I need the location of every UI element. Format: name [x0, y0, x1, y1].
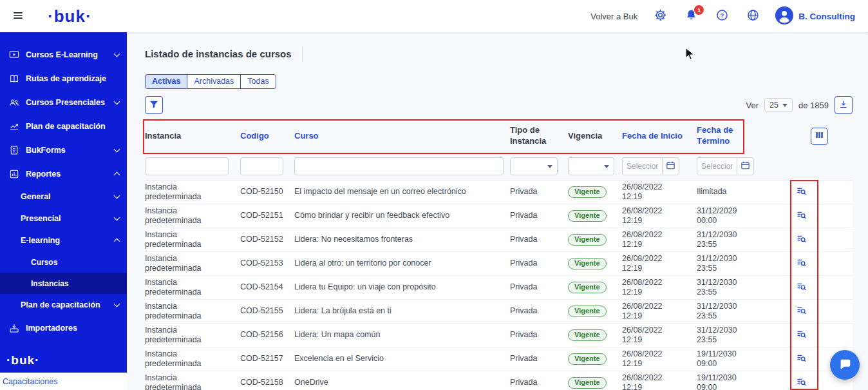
view-instance-details-button[interactable]	[793, 255, 809, 272]
cell-instancia: Instancia predeterminada	[145, 254, 240, 274]
cell-vigencia: Vigente	[568, 234, 622, 246]
forms-icon	[9, 144, 20, 155]
fecha-inicio-calendar-button[interactable]	[662, 157, 679, 175]
table-filter-row	[145, 153, 853, 180]
filter-vigencia-select[interactable]	[568, 157, 614, 175]
filter-curso-input[interactable]	[294, 157, 504, 175]
total-count-label: de 1859	[798, 101, 829, 110]
table-row[interactable]: Instancia predeterminada COD-52152 Lider…	[145, 228, 853, 252]
view-instance-details-button[interactable]	[793, 303, 809, 320]
cell-fecha-inicio: 26/08/2022 12:19	[622, 206, 697, 226]
cell-curso: Lidera tu Equipo: un viaje con propósito	[294, 282, 510, 292]
cell-fecha-inicio: 26/08/2022 12:19	[622, 182, 697, 202]
title-divider	[302, 46, 303, 62]
tab-activas[interactable]: Activas	[145, 74, 187, 89]
table-row[interactable]: Instancia predeterminada COD-52150 El im…	[145, 180, 853, 204]
table-row[interactable]: Instancia predeterminada COD-52153 Lider…	[145, 252, 853, 276]
sidebar-item-presencial[interactable]: Presencial	[0, 208, 127, 229]
tab-todas[interactable]: Todas	[240, 74, 276, 89]
cell-curso: Lidera: Un mapa común	[294, 330, 510, 340]
cell-vigencia: Vigente	[568, 377, 622, 389]
cell-instancia: Instancia predeterminada	[145, 206, 240, 226]
cell-fecha-termino: 31/12/2030 23:55	[697, 278, 756, 298]
download-button[interactable]	[835, 96, 853, 114]
cell-tipo-instancia: Privada	[510, 354, 568, 364]
sidebar-item-general[interactable]: General	[0, 186, 127, 208]
chevron-up-icon	[114, 239, 120, 245]
view-instance-details-button[interactable]	[793, 231, 809, 248]
sidebar-item-rutas-de-aprendizaje[interactable]: Rutas de aprendizaje	[0, 66, 127, 90]
sidebar-item-plan-de-capacitacion[interactable]: Plan de capacitación	[0, 114, 127, 138]
view-instance-details-button[interactable]	[793, 351, 809, 367]
cell-fecha-inicio: 26/08/2022 12:19	[622, 278, 697, 298]
table-row[interactable]: Instancia predeterminada COD-52156 Lider…	[145, 324, 853, 347]
vigente-badge: Vigente	[568, 258, 607, 269]
page-size-value: 25	[769, 101, 778, 110]
cell-vigencia: Vigente	[568, 282, 622, 293]
cell-curso: Lidera: La brújula está en ti	[294, 306, 510, 316]
cell-curso: Lidera: No necesitamos fronteras	[294, 235, 510, 244]
user-menu-button[interactable]: B. Consulting	[775, 6, 855, 26]
view-instance-details-button[interactable]	[793, 184, 809, 200]
hamburger-menu-button[interactable]	[5, 5, 31, 28]
cell-fecha-inicio: 26/08/2022 12:19	[622, 302, 697, 322]
view-instance-details-button[interactable]	[793, 279, 809, 296]
list-search-icon	[796, 257, 807, 270]
language-button[interactable]	[744, 8, 761, 24]
settings-button[interactable]	[652, 8, 668, 24]
table-row[interactable]: Instancia predeterminada COD-52154 Lider…	[145, 276, 853, 300]
capacitaciones-label: Capacitaciones	[0, 377, 57, 386]
sidebar-item-cursos-presenciales[interactable]: Cursos Presenciales	[0, 90, 127, 114]
filter-instancia-input[interactable]	[145, 157, 229, 175]
filter-fecha-termino-input[interactable]	[697, 157, 737, 175]
page-size-select[interactable]: 25	[764, 98, 793, 112]
table-header-row: Instancia Codigo Curso Tipo de Instancia…	[145, 119, 853, 153]
fecha-termino-calendar-button[interactable]	[737, 157, 754, 175]
notifications-button[interactable]: 1	[683, 8, 699, 24]
view-instance-details-button[interactable]	[793, 375, 809, 390]
column-header-fecha-de-termino[interactable]: Fecha de Término	[697, 125, 756, 147]
sidebar-item-instancias[interactable]: Instancias	[0, 273, 127, 294]
sidebar-item-cursos-e-learning[interactable]: Cursos E-Learning	[0, 43, 127, 66]
chat-widget-button[interactable]	[830, 350, 860, 380]
column-header-curso[interactable]: Curso	[294, 131, 510, 142]
cell-actions	[756, 303, 853, 320]
list-search-icon	[796, 186, 807, 199]
cell-actions	[756, 327, 853, 344]
view-instance-details-button[interactable]	[793, 327, 809, 344]
tab-archivadas[interactable]: Archivadas	[187, 74, 241, 89]
cell-codigo: COD-52152	[240, 235, 294, 244]
view-instance-details-button[interactable]	[793, 208, 809, 224]
cell-fecha-inicio: 26/08/2022 12:19	[622, 373, 697, 390]
table-row[interactable]: Instancia predeterminada COD-52158 OneDr…	[145, 371, 853, 390]
table-row[interactable]: Instancia predeterminada COD-52155 Lider…	[145, 300, 853, 324]
cell-instancia: Instancia predeterminada	[145, 278, 240, 298]
filter-button[interactable]	[145, 96, 163, 114]
buk-logo: ·buk·	[48, 6, 92, 26]
filter-fecha-inicio-input[interactable]	[622, 157, 662, 175]
sidebar-item-e-learning[interactable]: E-learning	[0, 229, 127, 251]
filter-tipo-select[interactable]	[510, 157, 558, 175]
cell-tipo-instancia: Privada	[510, 187, 568, 197]
table-row[interactable]: Instancia predeterminada COD-52151 Cómo …	[145, 204, 853, 228]
vigente-badge: Vigente	[568, 306, 607, 317]
column-settings-button[interactable]	[811, 128, 828, 145]
globe-icon	[746, 8, 760, 24]
volver-a-buk-link[interactable]: Volver a Buk	[590, 12, 637, 21]
column-header-codigo[interactable]: Codigo	[240, 131, 294, 142]
cell-tipo-instancia: Privada	[510, 258, 568, 268]
table-row[interactable]: Instancia predeterminada COD-52157 Excel…	[145, 347, 853, 371]
sidebar-item-plan-de-capacitacion[interactable]: Plan de capacitación	[0, 294, 127, 316]
help-button[interactable]: ?	[713, 8, 730, 24]
page-title: Listado de instancias de cursos	[145, 48, 292, 59]
ver-label: Ver	[746, 101, 759, 110]
sidebar-item-bukforms[interactable]: BukForms	[0, 138, 127, 162]
filter-codigo-input[interactable]	[240, 157, 283, 175]
column-header-fecha-de-inicio[interactable]: Fecha de Inicio	[622, 131, 697, 142]
user-avatar	[775, 6, 793, 26]
cell-curso: Lidera al otro: un territorio por conoce…	[294, 258, 510, 268]
sidebar-item-importadores[interactable]: Importadores	[0, 316, 127, 340]
sidebar-item-reportes[interactable]: Reportes	[0, 162, 127, 186]
svg-text:?: ?	[720, 12, 724, 19]
sidebar-item-cursos[interactable]: Cursos	[0, 251, 127, 273]
